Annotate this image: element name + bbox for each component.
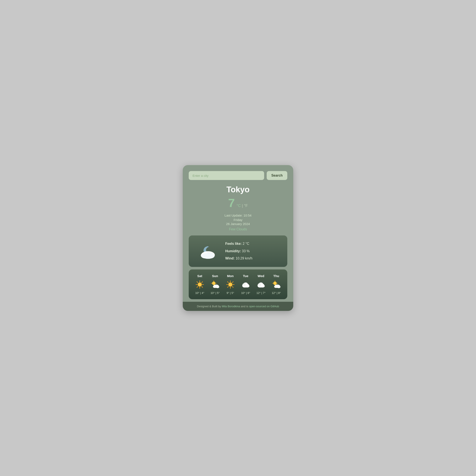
svg-point-41: [258, 283, 261, 286]
cloudy-icon: [256, 280, 266, 289]
footer-github-link[interactable]: open-sourced on GitHub: [249, 305, 279, 308]
city-name: Tokyo: [189, 185, 287, 194]
forecast-icon: [272, 280, 281, 289]
details-info: Feels like: 2 °C Humidity: 33 % Wind: 10…: [225, 241, 281, 261]
svg-line-28: [228, 282, 228, 282]
city-input[interactable]: [189, 171, 264, 180]
svg-point-5: [198, 283, 202, 286]
forecast-icon: [195, 280, 204, 289]
svg-line-30: [232, 282, 233, 282]
svg-point-3: [201, 253, 215, 259]
search-row: Search: [189, 171, 287, 180]
partly-cloudy-icon: [272, 280, 281, 289]
forecast-temps: 12° | 8°: [272, 291, 281, 294]
humidity-line: Humidity: 33 %: [225, 249, 281, 254]
sun-icon: [226, 280, 235, 289]
celsius-button[interactable]: °C: [237, 204, 241, 208]
temperature-row: 7 °C | °F: [189, 196, 287, 210]
cloudy-icon: [241, 280, 250, 289]
last-update: Last Update: 10:54: [189, 214, 287, 217]
forecast-temps: 12° | 7°: [256, 291, 266, 294]
humidity-value: 33 %: [242, 249, 250, 253]
forecast-day: Mon 9° | 5°: [223, 274, 238, 294]
forecast-day-name: Thu: [273, 274, 279, 278]
forecast-day: Tue 10° | 6°: [238, 274, 253, 294]
forecast-row: Sat 10° | 4° Sun 10° | 5° Mon: [192, 274, 284, 294]
partly-cloudy-icon: [210, 280, 220, 289]
feels-like-value: 2 °C: [243, 242, 249, 245]
forecast-icon: [226, 280, 235, 289]
footer-author-link[interactable]: Mila Borodkina: [222, 305, 240, 308]
forecast-icon: [241, 280, 250, 289]
svg-point-14: [212, 282, 216, 285]
svg-line-10: [197, 282, 198, 282]
footer-text-before: Designed & Built by: [197, 305, 222, 308]
svg-line-11: [202, 287, 203, 287]
temperature-units: °C | °F: [237, 204, 248, 208]
wind-value: 10.29 km/h: [236, 256, 253, 260]
svg-point-23: [229, 283, 232, 286]
weather-condition: Few Clouds: [189, 227, 287, 231]
weather-main: Tokyo 7 °C | °F Last Update: 10:54 Frida…: [189, 185, 287, 236]
forecast-temps: 10° | 4°: [195, 291, 204, 294]
forecast-day-name: Sat: [197, 274, 202, 278]
forecast-day-name: Tue: [243, 274, 248, 278]
svg-point-49: [277, 286, 280, 288]
weather-icon-area: [195, 243, 220, 260]
details-card: Feels like: 2 °C Humidity: 33 % Wind: 10…: [189, 236, 287, 267]
fahrenheit-button[interactable]: °F: [244, 204, 248, 208]
humidity-label: Humidity:: [225, 249, 241, 253]
forecast-temps: 10° | 6°: [241, 291, 250, 294]
svg-point-20: [213, 285, 216, 288]
svg-line-31: [228, 287, 228, 287]
svg-line-13: [197, 287, 198, 287]
few-clouds-icon: [196, 243, 219, 260]
forecast-day-name: Mon: [227, 274, 234, 278]
feels-like-line: Feels like: 2 °C: [225, 241, 281, 246]
forecast-day: Sun 10° | 5°: [207, 274, 223, 294]
svg-point-21: [216, 286, 219, 288]
svg-point-48: [274, 285, 277, 288]
footer: Designed & Built by Mila Borodkina and i…: [183, 302, 293, 311]
svg-line-29: [232, 287, 233, 287]
svg-point-42: [273, 282, 277, 285]
date-full: 26 January 2024: [189, 222, 287, 226]
forecast-icon: [210, 280, 220, 289]
svg-point-36: [242, 283, 246, 286]
sun-icon: [195, 280, 204, 289]
footer-text-middle: and is: [240, 305, 249, 308]
unit-separator: |: [242, 204, 244, 208]
forecast-day-name: Sun: [212, 274, 218, 278]
wind-label: Wind:: [225, 256, 235, 260]
forecast-card: Sat 10° | 4° Sun 10° | 5° Mon: [189, 270, 287, 299]
forecast-day: Wed 12° | 7°: [253, 274, 269, 294]
forecast-icon: [256, 280, 266, 289]
search-button[interactable]: Search: [267, 171, 287, 180]
weather-app-card: Search Tokyo 7 °C | °F Last Update: 10:5…: [183, 165, 293, 311]
forecast-temps: 10° | 5°: [211, 291, 220, 294]
temperature-value: 7: [228, 196, 235, 210]
forecast-day: Sat 10° | 4°: [192, 274, 207, 294]
feels-like-label: Feels like:: [225, 242, 242, 245]
wind-line: Wind: 10.29 km/h: [225, 256, 281, 261]
forecast-temps: 9° | 5°: [226, 291, 234, 294]
date-day: Friday: [189, 218, 287, 222]
forecast-day-name: Wed: [257, 274, 264, 278]
forecast-day: Thu 12° | 8°: [269, 274, 284, 294]
svg-line-12: [202, 282, 203, 282]
